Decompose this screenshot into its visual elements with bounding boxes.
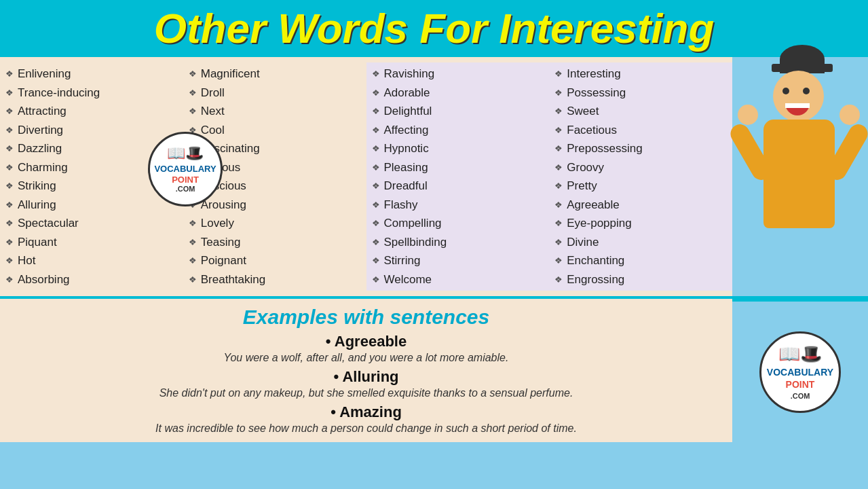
word-item: Agreeable bbox=[554, 196, 727, 214]
examples-heading: Examples with sentences bbox=[20, 306, 712, 329]
word-item: Stirring bbox=[372, 252, 544, 270]
word-item: Lovely bbox=[189, 215, 361, 232]
word-item: Enlivening bbox=[5, 65, 178, 83]
word-item: Absorbing bbox=[5, 271, 178, 289]
word-column-4: InterestingPossessingSweetFacetiousPrepo… bbox=[549, 62, 732, 291]
word-item: Droll bbox=[189, 84, 361, 102]
word-item: Breathtaking bbox=[189, 271, 361, 289]
word-item: Adorable bbox=[372, 84, 544, 102]
word-item: Pretty bbox=[554, 177, 727, 195]
example-word: • Alluring bbox=[20, 368, 712, 386]
word-item: Spectacular bbox=[5, 215, 178, 232]
word-item: Flashy bbox=[372, 196, 544, 214]
word-item: Cool bbox=[189, 122, 361, 139]
logo-point: POINT bbox=[172, 175, 199, 185]
word-section: EnliveningTrance-inducingAttractingDiver… bbox=[0, 57, 732, 296]
logo-icon: 📖🎩 bbox=[167, 145, 204, 162]
word-item: Hot bbox=[5, 252, 178, 270]
word-item: Arousing bbox=[189, 196, 361, 214]
word-item: Affecting bbox=[372, 122, 544, 139]
word-item: Prepossessing bbox=[554, 140, 727, 158]
hat-top bbox=[780, 45, 825, 73]
page-header: Other Words For Interesting bbox=[0, 0, 868, 57]
word-item: Teasing bbox=[189, 234, 361, 251]
word-item: Next bbox=[189, 103, 361, 120]
person-body bbox=[763, 120, 835, 228]
bottom-logo-circle: 📖🎩 VOCABULARY POINT .COM bbox=[759, 331, 841, 413]
bottom-point: POINT bbox=[786, 378, 815, 391]
word-item: Enchanting bbox=[554, 252, 727, 270]
person-figure bbox=[738, 64, 863, 281]
word-item: Divine bbox=[554, 234, 727, 251]
word-item: Sweet bbox=[554, 103, 727, 120]
logo-com: .COM bbox=[176, 185, 195, 194]
word-item: Dreadful bbox=[372, 177, 544, 195]
word-item: Possessing bbox=[554, 84, 727, 102]
word-item: Alluring bbox=[5, 196, 178, 214]
word-item: Trance-inducing bbox=[5, 84, 178, 102]
word-item: Poignant bbox=[189, 252, 361, 270]
person-head bbox=[773, 71, 824, 122]
right-hand bbox=[839, 105, 860, 125]
word-item: Magnificent bbox=[189, 65, 361, 83]
word-item: Delightful bbox=[372, 103, 544, 120]
examples-area: Examples with sentences • AgreeableYou w… bbox=[0, 299, 732, 442]
bottom-com: .COM bbox=[791, 391, 810, 401]
bottom-vocab: VOCABULARY bbox=[767, 366, 833, 378]
bottom-section: Examples with sentences • AgreeableYou w… bbox=[0, 296, 868, 442]
logo-circle: 📖🎩 VOCABULARY POINT .COM bbox=[148, 132, 223, 206]
example-word: • Amazing bbox=[20, 403, 712, 421]
word-item: Attracting bbox=[5, 103, 178, 120]
word-item: Compelling bbox=[372, 215, 544, 232]
teeth bbox=[785, 103, 810, 108]
word-item: Groovy bbox=[554, 159, 727, 177]
example-sentence: You were a wolf, after all, and you were… bbox=[20, 352, 712, 364]
word-item: Ravishing bbox=[372, 65, 544, 83]
word-item: Piquant bbox=[5, 234, 178, 251]
word-item: Welcome bbox=[372, 271, 544, 289]
left-hand bbox=[738, 105, 758, 125]
example-sentence: She didn't put on any makeup, but she sm… bbox=[20, 387, 712, 399]
page-title: Other Words For Interesting bbox=[0, 5, 868, 52]
word-item: Spellbinding bbox=[372, 234, 544, 251]
main-content: EnliveningTrance-inducingAttractingDiver… bbox=[0, 57, 868, 296]
bottom-logo-area: 📖🎩 VOCABULARY POINT .COM bbox=[732, 299, 868, 442]
word-item: Diverting bbox=[5, 122, 178, 139]
left-eye bbox=[782, 88, 789, 94]
example-sentence: It was incredible to see how much a pers… bbox=[20, 422, 712, 435]
bottom-logo-icon: 📖🎩 bbox=[778, 343, 822, 366]
examples-list: • AgreeableYou were a wolf, after all, a… bbox=[20, 333, 712, 435]
example-word: • Agreeable bbox=[20, 333, 712, 350]
word-item: Engrossing bbox=[554, 271, 727, 289]
right-eye bbox=[803, 88, 810, 94]
word-column-3: RavishingAdorableDelightfulAffectingHypn… bbox=[366, 62, 550, 291]
word-item: Eye-popping bbox=[554, 215, 727, 232]
logo-vocab: VOCABULARY bbox=[154, 164, 216, 175]
word-item: Pleasing bbox=[372, 159, 544, 177]
word-item: Hypnotic bbox=[372, 140, 544, 158]
word-item: Facetious bbox=[554, 122, 727, 139]
person-area bbox=[732, 57, 868, 296]
word-item: Interesting bbox=[554, 65, 727, 83]
